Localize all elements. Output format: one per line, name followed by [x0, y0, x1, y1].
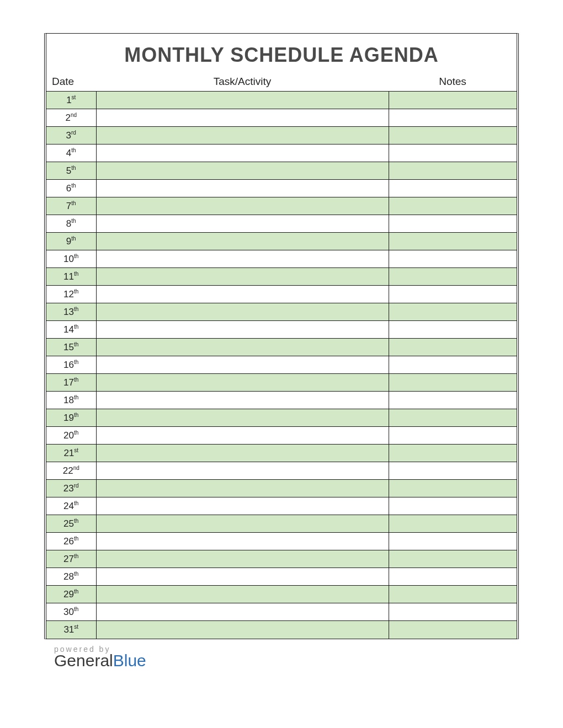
table-row: 14th [46, 321, 517, 339]
date-cell: 22nd [46, 462, 96, 480]
date-cell: 21st [46, 445, 96, 462]
date-number: 28 [63, 571, 74, 582]
date-suffix: nd [73, 465, 79, 471]
task-cell[interactable] [96, 480, 389, 497]
table-row: 30th [46, 603, 517, 621]
date-number: 25 [63, 518, 74, 529]
task-cell[interactable] [96, 233, 389, 250]
date-number: 9 [66, 236, 71, 247]
task-cell[interactable] [96, 515, 389, 533]
task-cell[interactable] [96, 127, 389, 144]
task-cell[interactable] [96, 339, 389, 356]
task-cell[interactable] [96, 392, 389, 409]
task-cell[interactable] [96, 162, 389, 180]
task-cell[interactable] [96, 462, 389, 480]
notes-cell[interactable] [389, 480, 517, 497]
date-cell: 6th [46, 180, 96, 197]
date-cell: 9th [46, 233, 96, 250]
date-number: 23 [63, 483, 74, 494]
date-number: 2 [65, 113, 70, 123]
date-cell: 15th [46, 339, 96, 356]
col-header-date: Date [46, 73, 96, 92]
table-row: 8th [46, 215, 517, 233]
task-cell[interactable] [96, 197, 389, 215]
notes-cell[interactable] [389, 233, 517, 250]
notes-cell[interactable] [389, 374, 517, 392]
task-cell[interactable] [96, 109, 389, 127]
date-number: 16 [63, 360, 74, 370]
date-suffix: th [71, 200, 76, 206]
header-row: Date Task/Activity Notes [46, 73, 517, 92]
task-cell[interactable] [96, 445, 389, 462]
notes-cell[interactable] [389, 550, 517, 568]
table-row: 22nd [46, 462, 517, 480]
table-row: 3rd [46, 127, 517, 144]
notes-cell[interactable] [389, 92, 517, 109]
task-cell[interactable] [96, 550, 389, 568]
task-cell[interactable] [96, 409, 389, 427]
task-cell[interactable] [96, 533, 389, 550]
notes-cell[interactable] [389, 127, 517, 144]
notes-cell[interactable] [389, 286, 517, 303]
notes-cell[interactable] [389, 144, 517, 162]
notes-cell[interactable] [389, 109, 517, 127]
task-cell[interactable] [96, 568, 389, 586]
notes-cell[interactable] [389, 321, 517, 339]
brand-part-b: Blue [113, 651, 146, 670]
date-suffix: th [74, 341, 78, 347]
notes-cell[interactable] [389, 497, 517, 515]
notes-cell[interactable] [389, 568, 517, 586]
notes-cell[interactable] [389, 197, 517, 215]
notes-cell[interactable] [389, 356, 517, 374]
col-header-notes: Notes [389, 73, 517, 92]
brand-part-a: General [54, 651, 113, 670]
task-cell[interactable] [96, 497, 389, 515]
task-cell[interactable] [96, 356, 389, 374]
task-cell[interactable] [96, 92, 389, 109]
task-cell[interactable] [96, 303, 389, 321]
task-cell[interactable] [96, 144, 389, 162]
task-cell[interactable] [96, 427, 389, 445]
task-cell[interactable] [96, 374, 389, 392]
task-cell[interactable] [96, 215, 389, 233]
notes-cell[interactable] [389, 427, 517, 445]
task-cell[interactable] [96, 268, 389, 286]
date-number: 11 [63, 271, 74, 282]
date-cell: 30th [46, 603, 96, 621]
date-suffix: rd [74, 483, 79, 489]
date-number: 27 [63, 554, 74, 564]
notes-cell[interactable] [389, 162, 517, 180]
notes-cell[interactable] [389, 409, 517, 427]
table-row: 16th [46, 356, 517, 374]
notes-cell[interactable] [389, 515, 517, 533]
task-cell[interactable] [96, 621, 389, 639]
notes-cell[interactable] [389, 603, 517, 621]
task-cell[interactable] [96, 180, 389, 197]
notes-cell[interactable] [389, 215, 517, 233]
notes-cell[interactable] [389, 533, 517, 550]
notes-cell[interactable] [389, 586, 517, 603]
date-suffix: th [74, 518, 78, 524]
date-cell: 14th [46, 321, 96, 339]
task-cell[interactable] [96, 586, 389, 603]
notes-cell[interactable] [389, 250, 517, 268]
task-cell[interactable] [96, 321, 389, 339]
date-suffix: th [74, 500, 78, 506]
notes-cell[interactable] [389, 339, 517, 356]
notes-cell[interactable] [389, 392, 517, 409]
notes-cell[interactable] [389, 180, 517, 197]
task-cell[interactable] [96, 603, 389, 621]
task-cell[interactable] [96, 286, 389, 303]
schedule-sheet: MONTHLY SCHEDULE AGENDA Date Task/Activi… [44, 33, 519, 639]
notes-cell[interactable] [389, 462, 517, 480]
table-row: 25th [46, 515, 517, 533]
notes-cell[interactable] [389, 445, 517, 462]
table-row: 6th [46, 180, 517, 197]
table-row: 13th [46, 303, 517, 321]
task-cell[interactable] [96, 250, 389, 268]
notes-cell[interactable] [389, 303, 517, 321]
schedule-table: Date Task/Activity Notes 1st2nd3rd4th5th… [46, 73, 517, 639]
notes-cell[interactable] [389, 621, 517, 639]
date-suffix: th [74, 430, 78, 436]
notes-cell[interactable] [389, 268, 517, 286]
